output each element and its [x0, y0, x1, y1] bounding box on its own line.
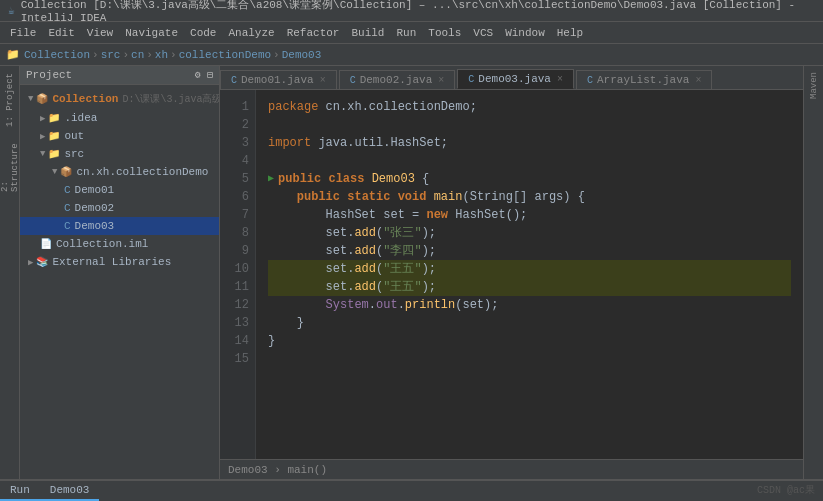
- tree-item-package[interactable]: ▼ 📦 cn.xh.collectionDemo: [20, 163, 219, 181]
- tree-label-package: cn.xh.collectionDemo: [76, 166, 208, 178]
- tree-item-demo02[interactable]: C Demo02: [20, 199, 219, 217]
- menu-build[interactable]: Build: [345, 27, 390, 39]
- watermark: CSDN @ac果: [757, 483, 815, 497]
- tab-close-demo03[interactable]: ×: [557, 74, 563, 85]
- tab-label-demo01: Demo01.java: [241, 74, 314, 86]
- menu-refactor[interactable]: Refactor: [281, 27, 346, 39]
- breadcrumb-src[interactable]: src: [101, 49, 121, 61]
- editor-area: C Demo01.java × C Demo02.java × C Demo03…: [220, 66, 803, 479]
- tree-path-collection: D:\课课\3.java高级...: [122, 92, 219, 106]
- tree-label-out: out: [64, 130, 84, 142]
- tree-arrow-idea: ▶: [40, 113, 45, 124]
- sidebar-btn-structure[interactable]: 2: Structure: [1, 132, 19, 192]
- menu-run[interactable]: Run: [390, 27, 422, 39]
- menu-tools[interactable]: Tools: [422, 27, 467, 39]
- menu-vcs[interactable]: VCS: [467, 27, 499, 39]
- tab-icon-arraylist: C: [587, 75, 593, 86]
- menu-window[interactable]: Window: [499, 27, 551, 39]
- tree-label-iml: Collection.iml: [56, 238, 148, 250]
- tree-label-src: src: [64, 148, 84, 160]
- run-arrow-icon: ▶: [268, 170, 274, 188]
- tree-item-idea[interactable]: ▶ 📁 .idea: [20, 109, 219, 127]
- tree-arrow-src: ▼: [40, 149, 45, 159]
- editor-breadcrumb: Demo03 › main(): [220, 459, 803, 479]
- menu-help[interactable]: Help: [551, 27, 589, 39]
- menu-navigate[interactable]: Navigate: [119, 27, 184, 39]
- code-line-10: set.add("王五");: [268, 260, 791, 278]
- java-icon-demo02: C: [64, 202, 71, 214]
- tab-demo02[interactable]: C Demo02.java ×: [339, 70, 456, 89]
- editor-tabs: C Demo01.java × C Demo02.java × C Demo03…: [220, 66, 803, 90]
- project-tree: ▼ 📦 Collection D:\课课\3.java高级... ▶ 📁 .id…: [20, 85, 219, 479]
- tree-label-demo03: Demo03: [75, 220, 115, 232]
- tree-label-idea: .idea: [64, 112, 97, 124]
- app-icon: ☕: [8, 4, 15, 17]
- tree-item-demo01[interactable]: C Demo01: [20, 181, 219, 199]
- breadcrumb-collection[interactable]: Collection: [24, 49, 90, 61]
- tab-close-demo01[interactable]: ×: [320, 75, 326, 86]
- code-editor: 1 2 3 4 5 6 7 8 9 10 11 12 13 14 15 pack…: [220, 90, 803, 459]
- project-panel-header: Project ⚙ ⊟: [20, 66, 219, 85]
- package-icon: 📦: [60, 166, 72, 178]
- breadcrumb-cn[interactable]: cn: [131, 49, 144, 61]
- menu-bar: File Edit View Navigate Code Analyze Ref…: [0, 22, 823, 44]
- code-line-2: [268, 116, 791, 134]
- tree-item-out[interactable]: ▶ 📁 out: [20, 127, 219, 145]
- code-content[interactable]: package cn.xh.collectionDemo; import jav…: [256, 90, 803, 459]
- sidebar-btn-project[interactable]: 1: Project: [1, 70, 19, 130]
- code-line-8: set.add("张三");: [268, 224, 791, 242]
- folder-icon-src: 📁: [48, 148, 60, 160]
- line-numbers: 1 2 3 4 5 6 7 8 9 10 11 12 13 14 15: [220, 90, 256, 459]
- left-sidebar-buttons: 1: Project 2: Structure: [0, 66, 20, 479]
- tree-arrow-out: ▶: [40, 131, 45, 142]
- breadcrumb-demo03[interactable]: Demo03: [282, 49, 322, 61]
- code-line-12: System.out.println(set);: [268, 296, 791, 314]
- menu-code[interactable]: Code: [184, 27, 222, 39]
- code-line-9: set.add("李四");: [268, 242, 791, 260]
- tab-demo03[interactable]: C Demo03.java ×: [457, 69, 574, 89]
- tree-item-src[interactable]: ▼ 📁 src: [20, 145, 219, 163]
- title-text: Collection [D:\课课\3.java高级\二集合\a208\课堂案例…: [21, 0, 815, 24]
- tab-close-arraylist[interactable]: ×: [695, 75, 701, 86]
- breadcrumb-icon: 📁: [6, 48, 20, 61]
- project-panel-title: Project: [26, 69, 72, 81]
- run-tab-demo03[interactable]: Demo03: [40, 481, 100, 501]
- tree-item-collection[interactable]: ▼ 📦 Collection D:\课课\3.java高级...: [20, 89, 219, 109]
- tree-arrow-package: ▼: [52, 167, 57, 177]
- code-line-6: public static void main(String[] args) {: [268, 188, 791, 206]
- tab-icon-demo01: C: [231, 75, 237, 86]
- breadcrumb-bar: 📁 Collection › src › cn › xh › collectio…: [0, 44, 823, 66]
- project-icon: 📦: [36, 93, 48, 105]
- tree-item-iml[interactable]: 📄 Collection.iml: [20, 235, 219, 253]
- project-panel: Project ⚙ ⊟ ▼ 📦 Collection D:\课课\3.java高…: [20, 66, 220, 479]
- tree-item-demo03[interactable]: C Demo03: [20, 217, 219, 235]
- folder-icon-out: 📁: [48, 130, 60, 142]
- tab-demo01[interactable]: C Demo01.java ×: [220, 70, 337, 89]
- run-tab-run[interactable]: Run: [0, 481, 40, 501]
- tab-icon-demo02: C: [350, 75, 356, 86]
- tab-label-arraylist: ArrayList.java: [597, 74, 689, 86]
- tree-item-external[interactable]: ▶ 📚 External Libraries: [20, 253, 219, 271]
- code-line-1: package cn.xh.collectionDemo;: [268, 98, 791, 116]
- menu-file[interactable]: File: [4, 27, 42, 39]
- breadcrumb-xh[interactable]: xh: [155, 49, 168, 61]
- tree-label-demo01: Demo01: [75, 184, 115, 196]
- menu-analyze[interactable]: Analyze: [222, 27, 280, 39]
- code-line-7: HashSet set = new HashSet();: [268, 206, 791, 224]
- tree-arrow: ▼: [28, 94, 33, 104]
- code-line-3: import java.util.HashSet;: [268, 134, 791, 152]
- code-line-5: ▶ public class Demo03 {: [268, 170, 791, 188]
- title-bar: ☕ Collection [D:\课课\3.java高级\二集合\a208\课堂…: [0, 0, 823, 22]
- menu-view[interactable]: View: [81, 27, 119, 39]
- project-panel-controls[interactable]: ⚙ ⊟: [195, 69, 213, 81]
- main-layout: 1: Project 2: Structure Project ⚙ ⊟ ▼ 📦 …: [0, 66, 823, 479]
- tab-arraylist[interactable]: C ArrayList.java ×: [576, 70, 712, 89]
- run-tabs: Run Demo03: [0, 481, 823, 501]
- tab-close-demo02[interactable]: ×: [438, 75, 444, 86]
- breadcrumb-collectiondemo[interactable]: collectionDemo: [179, 49, 271, 61]
- right-sidebar-label[interactable]: Maven: [807, 66, 821, 105]
- menu-edit[interactable]: Edit: [42, 27, 80, 39]
- java-icon-demo01: C: [64, 184, 71, 196]
- code-line-4: [268, 152, 791, 170]
- editor-breadcrumb-text: Demo03 › main(): [228, 464, 327, 476]
